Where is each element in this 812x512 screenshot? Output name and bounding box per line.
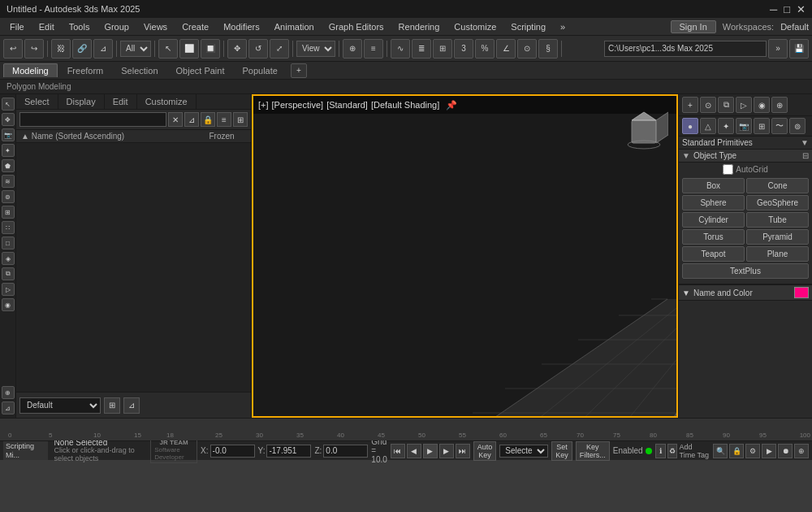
icon-move[interactable]: ✥ — [2, 113, 15, 126]
layer-btn[interactable]: ≣ — [412, 39, 431, 59]
minimize-btn[interactable]: ─ — [770, 3, 777, 15]
menu-create[interactable]: Create — [175, 20, 215, 33]
scene-tab-customize[interactable]: Customize — [137, 94, 197, 109]
std-prim-dropdown-btn[interactable]: ▼ — [801, 138, 809, 147]
menu-tools[interactable]: Tools — [63, 20, 97, 33]
info-btn1[interactable]: ℹ — [655, 444, 666, 458]
systems-btn[interactable]: ⊚ — [789, 118, 806, 134]
shapes-btn[interactable]: △ — [700, 118, 716, 134]
menu-graph-editors[interactable]: Graph Editors — [322, 20, 391, 33]
icon-shape[interactable]: ⬟ — [2, 159, 15, 172]
icon-light[interactable]: ✦ — [2, 144, 15, 157]
path-bar[interactable] — [604, 41, 767, 57]
scene-tab-select[interactable]: Select — [16, 94, 58, 109]
spacewarps-btn[interactable]: 〜 — [771, 118, 788, 134]
icon-hierarchy[interactable]: ⧉ — [2, 267, 15, 280]
scene-hier-btn[interactable]: ⊞ — [233, 112, 248, 127]
scene-tab-edit[interactable]: Edit — [105, 94, 137, 109]
align-btn[interactable]: ≡ — [364, 39, 383, 59]
ribbon-btn[interactable]: ⊞ — [433, 39, 452, 59]
scene-options-btn[interactable]: ⊿ — [184, 112, 199, 127]
redo-btn[interactable]: ↪ — [24, 39, 44, 59]
menu-file[interactable]: File — [3, 20, 31, 33]
layer-options-btn[interactable]: ⊿ — [123, 397, 140, 414]
icon-camera[interactable]: 📷 — [2, 128, 15, 141]
undo-btn[interactable]: ↩ — [3, 39, 23, 59]
menu-scripting[interactable]: Scripting — [504, 20, 552, 33]
geometry-btn[interactable]: ● — [682, 118, 698, 134]
key-filter-select[interactable]: Selected — [499, 445, 548, 458]
view-dropdown[interactable]: View — [296, 41, 335, 57]
sphere-btn[interactable]: Sphere — [682, 195, 745, 210]
rotate-btn[interactable]: ↺ — [248, 39, 268, 59]
create-btn[interactable]: + — [682, 97, 698, 113]
key-filters-btn[interactable]: Key Filters... — [576, 441, 610, 461]
tab-selection[interactable]: Selection — [113, 64, 166, 77]
link-btn[interactable]: ⛓ — [51, 39, 71, 59]
textplus-btn[interactable]: TextPlus — [682, 263, 809, 279]
vp-standard[interactable]: [Standard] — [326, 100, 368, 110]
menu-modifiers[interactable]: Modifiers — [217, 20, 266, 33]
mirror-btn[interactable]: ⊕ — [343, 39, 362, 59]
named-sel-btn[interactable]: § — [538, 39, 558, 59]
vp-perspective[interactable]: [Perspective] — [272, 100, 324, 110]
save-btn[interactable]: 💾 — [789, 39, 809, 59]
menu-rendering[interactable]: Rendering — [392, 20, 447, 33]
close-btn[interactable]: ✕ — [797, 3, 806, 15]
maximize-btn[interactable]: □ — [784, 3, 790, 15]
hierarchy-btn[interactable]: ⧉ — [718, 97, 734, 113]
select-region-btn[interactable]: ⬜ — [179, 39, 199, 59]
layer-create-btn[interactable]: ⊞ — [104, 397, 120, 414]
icon-select[interactable]: ↖ — [2, 98, 15, 111]
info-btn2[interactable]: ♻ — [667, 444, 678, 458]
col-name-header[interactable]: ▲ Name (Sorted Ascending) — [21, 132, 197, 141]
scene-filter-btn[interactable]: ✕ — [168, 112, 183, 127]
x-input[interactable] — [210, 445, 255, 458]
z-input[interactable] — [323, 445, 368, 458]
anim-btn[interactable]: ▶ — [762, 444, 776, 458]
helpers-btn[interactable]: ⊞ — [754, 118, 770, 134]
graph-toggle-btn[interactable]: + — [291, 63, 307, 78]
layer-select[interactable]: Default — [19, 397, 101, 414]
tab-modeling[interactable]: Modeling — [3, 63, 58, 77]
utilities-btn[interactable]: ⊕ — [771, 97, 788, 113]
select-lasso-btn[interactable]: 🔲 — [201, 39, 220, 59]
icon-config[interactable]: ⊿ — [2, 401, 15, 414]
bind-btn[interactable]: ⊿ — [93, 39, 113, 59]
geosphere-btn[interactable]: GeoSphere — [746, 195, 809, 210]
cone-btn[interactable]: Cone — [746, 178, 809, 193]
record-btn[interactable]: ⏺ — [778, 444, 793, 458]
scene-lock-btn[interactable]: 🔒 — [201, 112, 215, 127]
sign-in-button[interactable]: Sign In — [671, 20, 716, 33]
autogrid-checkbox-label[interactable]: AutoGrid — [723, 164, 767, 175]
viewport[interactable]: [+] [Perspective] [Standard] [Default Sh… — [252, 94, 678, 418]
menu-group[interactable]: Group — [97, 20, 136, 33]
icon-space[interactable]: ⊚ — [2, 190, 15, 203]
autogrid-checkbox[interactable] — [723, 164, 733, 175]
icon-motion[interactable]: ▷ — [2, 283, 15, 296]
vp-shading[interactable]: [Default Shading] — [371, 100, 439, 110]
unlink-btn[interactable]: 🔗 — [72, 39, 92, 59]
scene-layers-btn[interactable]: ≡ — [217, 112, 231, 127]
menu-views[interactable]: Views — [137, 20, 174, 33]
vp-plus[interactable]: [+] — [258, 100, 269, 110]
num-btn[interactable]: 3 — [454, 39, 473, 59]
display-btn[interactable]: ◉ — [754, 97, 770, 113]
object-type-header[interactable]: ▼ Object Type ⊟ — [679, 150, 812, 163]
settings-btn[interactable]: ⚙ — [745, 444, 760, 458]
next-frame-btn[interactable]: ▶ — [439, 444, 454, 458]
prev-frame-btn[interactable]: ◀ — [407, 444, 421, 458]
snap3d-btn[interactable]: ⊕ — [794, 444, 809, 458]
icon-material[interactable]: ◈ — [2, 252, 15, 265]
tab-populate[interactable]: Populate — [234, 64, 285, 77]
vp-pin-icon[interactable]: 📌 — [446, 100, 457, 111]
play-btn[interactable]: ▶ — [423, 444, 438, 458]
tab-object-paint[interactable]: Object Paint — [168, 64, 233, 77]
icon-display[interactable]: ◉ — [2, 298, 15, 311]
viewport-cube[interactable] — [620, 104, 668, 153]
y-input[interactable] — [266, 445, 311, 458]
icon-systems[interactable]: ⊞ — [2, 206, 15, 219]
search-btn[interactable]: 🔍 — [713, 444, 728, 458]
window-controls[interactable]: ─ □ ✕ — [770, 3, 806, 15]
add-time-tag-label[interactable]: Add Time Tag — [679, 443, 710, 459]
